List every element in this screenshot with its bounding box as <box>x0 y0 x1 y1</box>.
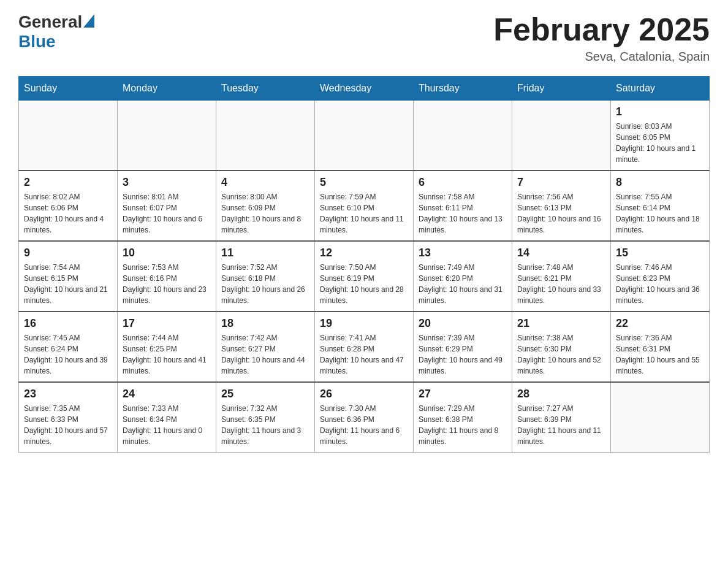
month-title: February 2025 <box>493 12 710 47</box>
calendar-cell: 15Sunrise: 7:46 AMSunset: 6:23 PMDayligh… <box>611 241 710 312</box>
day-info: Sunrise: 7:42 AMSunset: 6:27 PMDaylight:… <box>221 332 309 377</box>
calendar-cell: 16Sunrise: 7:45 AMSunset: 6:24 PMDayligh… <box>19 312 118 382</box>
calendar-cell: 24Sunrise: 7:33 AMSunset: 6:34 PMDayligh… <box>118 382 216 453</box>
day-info: Sunrise: 7:44 AMSunset: 6:25 PMDaylight:… <box>123 332 211 377</box>
day-number: 9 <box>24 247 112 259</box>
calendar-cell: 14Sunrise: 7:48 AMSunset: 6:21 PMDayligh… <box>512 241 611 312</box>
day-info: Sunrise: 7:39 AMSunset: 6:29 PMDaylight:… <box>419 332 507 377</box>
calendar-cell: 9Sunrise: 7:54 AMSunset: 6:15 PMDaylight… <box>19 241 118 312</box>
day-number: 26 <box>320 388 408 400</box>
calendar-cell: 18Sunrise: 7:42 AMSunset: 6:27 PMDayligh… <box>216 312 315 382</box>
day-info: Sunrise: 7:50 AMSunset: 6:19 PMDaylight:… <box>320 262 408 306</box>
day-info: Sunrise: 7:55 AMSunset: 6:14 PMDaylight:… <box>616 191 704 236</box>
day-number: 23 <box>24 388 112 400</box>
calendar-cell: 4Sunrise: 8:00 AMSunset: 6:09 PMDaylight… <box>216 170 315 241</box>
calendar-cell: 10Sunrise: 7:53 AMSunset: 6:16 PMDayligh… <box>118 241 216 312</box>
calendar-cell <box>118 101 216 171</box>
day-info: Sunrise: 7:52 AMSunset: 6:18 PMDaylight:… <box>221 262 309 306</box>
weekday-header-friday: Friday <box>512 77 611 101</box>
calendar-cell: 23Sunrise: 7:35 AMSunset: 6:33 PMDayligh… <box>19 382 118 453</box>
calendar-cell: 27Sunrise: 7:29 AMSunset: 6:38 PMDayligh… <box>414 382 512 453</box>
weekday-header-thursday: Thursday <box>414 77 512 101</box>
logo-blue-text: Blue <box>18 32 56 51</box>
day-info: Sunrise: 7:32 AMSunset: 6:35 PMDaylight:… <box>221 403 309 447</box>
day-number: 18 <box>221 317 309 330</box>
day-number: 22 <box>616 317 704 330</box>
day-number: 24 <box>123 388 211 400</box>
calendar-cell: 1Sunrise: 8:03 AMSunset: 6:05 PMDaylight… <box>611 101 710 171</box>
day-info: Sunrise: 7:29 AMSunset: 6:38 PMDaylight:… <box>419 403 507 447</box>
logo-general-text: General <box>18 12 82 32</box>
calendar-cell: 13Sunrise: 7:49 AMSunset: 6:20 PMDayligh… <box>414 241 512 312</box>
day-info: Sunrise: 7:58 AMSunset: 6:11 PMDaylight:… <box>419 191 507 236</box>
calendar-cell <box>512 101 611 171</box>
calendar-cell: 2Sunrise: 8:02 AMSunset: 6:06 PMDaylight… <box>19 170 118 241</box>
day-number: 13 <box>419 247 507 259</box>
day-info: Sunrise: 7:36 AMSunset: 6:31 PMDaylight:… <box>616 332 704 377</box>
day-info: Sunrise: 7:53 AMSunset: 6:16 PMDaylight:… <box>123 262 211 306</box>
calendar-week-row: 23Sunrise: 7:35 AMSunset: 6:33 PMDayligh… <box>19 382 710 453</box>
calendar-table: SundayMondayTuesdayWednesdayThursdayFrid… <box>18 76 710 453</box>
calendar-cell: 26Sunrise: 7:30 AMSunset: 6:36 PMDayligh… <box>315 382 414 453</box>
day-number: 11 <box>221 247 309 259</box>
day-number: 12 <box>320 247 408 259</box>
calendar-week-row: 16Sunrise: 7:45 AMSunset: 6:24 PMDayligh… <box>19 312 710 382</box>
calendar-cell: 11Sunrise: 7:52 AMSunset: 6:18 PMDayligh… <box>216 241 315 312</box>
calendar-week-row: 9Sunrise: 7:54 AMSunset: 6:15 PMDaylight… <box>19 241 710 312</box>
day-number: 27 <box>419 388 507 400</box>
calendar-cell: 7Sunrise: 7:56 AMSunset: 6:13 PMDaylight… <box>512 170 611 241</box>
calendar-cell: 6Sunrise: 7:58 AMSunset: 6:11 PMDaylight… <box>414 170 512 241</box>
day-number: 17 <box>123 317 211 330</box>
day-number: 10 <box>123 247 211 259</box>
calendar-cell <box>315 101 414 171</box>
day-number: 7 <box>517 176 605 189</box>
day-info: Sunrise: 8:02 AMSunset: 6:06 PMDaylight:… <box>24 191 112 236</box>
day-number: 20 <box>419 317 507 330</box>
location-subtitle: Seva, Catalonia, Spain <box>493 50 710 64</box>
calendar-cell: 25Sunrise: 7:32 AMSunset: 6:35 PMDayligh… <box>216 382 315 453</box>
calendar-cell: 20Sunrise: 7:39 AMSunset: 6:29 PMDayligh… <box>414 312 512 382</box>
logo-triangle-icon <box>83 14 94 30</box>
title-section: February 2025 Seva, Catalonia, Spain <box>493 12 710 64</box>
day-info: Sunrise: 7:41 AMSunset: 6:28 PMDaylight:… <box>320 332 408 377</box>
calendar-cell: 12Sunrise: 7:50 AMSunset: 6:19 PMDayligh… <box>315 241 414 312</box>
day-number: 5 <box>320 176 408 189</box>
calendar-cell: 28Sunrise: 7:27 AMSunset: 6:39 PMDayligh… <box>512 382 611 453</box>
calendar-cell <box>216 101 315 171</box>
day-info: Sunrise: 7:48 AMSunset: 6:21 PMDaylight:… <box>517 262 605 306</box>
calendar-cell: 21Sunrise: 7:38 AMSunset: 6:30 PMDayligh… <box>512 312 611 382</box>
day-number: 25 <box>221 388 309 400</box>
day-number: 14 <box>517 247 605 259</box>
weekday-header-wednesday: Wednesday <box>315 77 414 101</box>
day-info: Sunrise: 7:54 AMSunset: 6:15 PMDaylight:… <box>24 262 112 306</box>
day-info: Sunrise: 7:30 AMSunset: 6:36 PMDaylight:… <box>320 403 408 447</box>
day-number: 8 <box>616 176 704 189</box>
day-info: Sunrise: 8:00 AMSunset: 6:09 PMDaylight:… <box>221 191 309 236</box>
weekday-header-saturday: Saturday <box>611 77 710 101</box>
day-number: 15 <box>616 247 704 259</box>
day-number: 1 <box>616 105 704 118</box>
day-info: Sunrise: 7:49 AMSunset: 6:20 PMDaylight:… <box>419 262 507 306</box>
weekday-header-tuesday: Tuesday <box>216 77 315 101</box>
day-info: Sunrise: 7:38 AMSunset: 6:30 PMDaylight:… <box>517 332 605 377</box>
day-number: 3 <box>123 176 211 189</box>
day-info: Sunrise: 7:59 AMSunset: 6:10 PMDaylight:… <box>320 191 408 236</box>
day-info: Sunrise: 8:03 AMSunset: 6:05 PMDaylight:… <box>616 121 704 165</box>
day-number: 16 <box>24 317 112 330</box>
day-info: Sunrise: 7:46 AMSunset: 6:23 PMDaylight:… <box>616 262 704 306</box>
calendar-cell: 22Sunrise: 7:36 AMSunset: 6:31 PMDayligh… <box>611 312 710 382</box>
calendar-week-row: 1Sunrise: 8:03 AMSunset: 6:05 PMDaylight… <box>19 101 710 171</box>
day-number: 4 <box>221 176 309 189</box>
day-info: Sunrise: 7:56 AMSunset: 6:13 PMDaylight:… <box>517 191 605 236</box>
day-info: Sunrise: 7:27 AMSunset: 6:39 PMDaylight:… <box>517 403 605 447</box>
calendar-cell: 5Sunrise: 7:59 AMSunset: 6:10 PMDaylight… <box>315 170 414 241</box>
calendar-cell: 19Sunrise: 7:41 AMSunset: 6:28 PMDayligh… <box>315 312 414 382</box>
day-info: Sunrise: 7:45 AMSunset: 6:24 PMDaylight:… <box>24 332 112 377</box>
day-number: 19 <box>320 317 408 330</box>
day-number: 28 <box>517 388 605 400</box>
day-info: Sunrise: 7:35 AMSunset: 6:33 PMDaylight:… <box>24 403 112 447</box>
calendar-cell: 3Sunrise: 8:01 AMSunset: 6:07 PMDaylight… <box>118 170 216 241</box>
weekday-header-row: SundayMondayTuesdayWednesdayThursdayFrid… <box>19 77 710 101</box>
calendar-cell: 8Sunrise: 7:55 AMSunset: 6:14 PMDaylight… <box>611 170 710 241</box>
svg-marker-0 <box>83 14 94 28</box>
